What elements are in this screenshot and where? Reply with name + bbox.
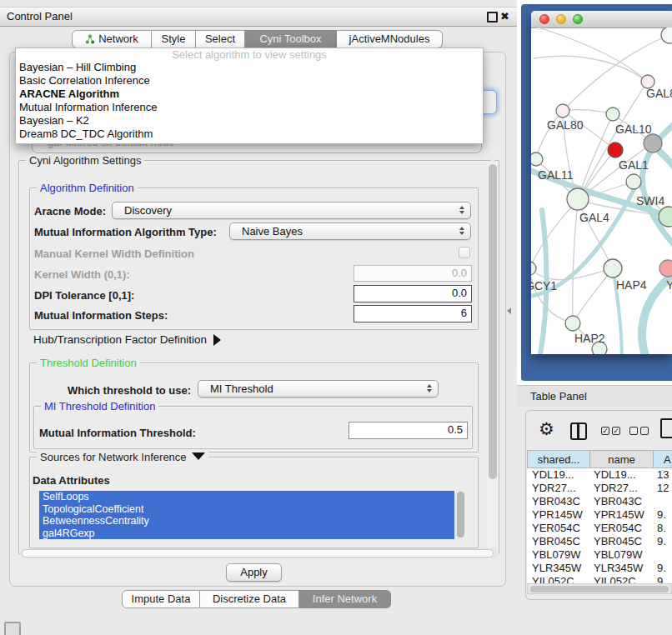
- dropdown-item[interactable]: ARACNE Algorithm: [16, 88, 483, 101]
- which-threshold-label: Which threshold to use:: [68, 384, 191, 397]
- dropdown-hint: Select algorithm to view settings: [16, 48, 483, 61]
- table-row[interactable]: YIL052C YIL052C 9: [527, 575, 672, 583]
- table-hscrollbar-thumb[interactable]: [530, 586, 669, 592]
- tab-style[interactable]: Style: [152, 30, 196, 48]
- attribute-item[interactable]: SelfLoops: [39, 491, 454, 503]
- combo-arrows-icon: [459, 227, 464, 235]
- manual-kernel-checkbox[interactable]: [459, 247, 470, 258]
- table-row[interactable]: YDL19... YDL19... 13: [527, 468, 672, 482]
- node-label: GCY1: [531, 279, 557, 292]
- column-header-name[interactable]: name: [590, 450, 654, 468]
- combo-arrows-icon: [459, 206, 464, 214]
- node-label: GAL80: [547, 118, 584, 132]
- tab-infer-network[interactable]: Infer Network: [299, 590, 391, 608]
- settings-vscrollbar-thumb[interactable]: [489, 164, 497, 479]
- combo-arrows-icon: [427, 384, 432, 392]
- node-gal4: [567, 188, 589, 210]
- node-selected-red: [608, 142, 623, 158]
- node-label: GAL1: [619, 158, 649, 172]
- tab-select[interactable]: Select: [196, 30, 245, 48]
- document-icon[interactable]: [660, 418, 672, 438]
- column-header-clipped[interactable]: A: [654, 450, 672, 468]
- apply-button[interactable]: Apply: [226, 563, 282, 582]
- table-row[interactable]: YER054C YER054C 8.: [527, 522, 672, 535]
- attribute-item[interactable]: BetweennessCentrality: [39, 515, 454, 528]
- node-label: GAL10: [615, 122, 652, 136]
- mi-threshold-label: Mutual Information Threshold:: [39, 427, 196, 439]
- node: [661, 28, 672, 43]
- splitter-collapse-icon[interactable]: [507, 308, 511, 314]
- table-row[interactable]: YDR27... YDR27... 12: [527, 482, 672, 495]
- node-hap2: [565, 316, 580, 331]
- which-threshold-select[interactable]: MI Threshold: [198, 380, 439, 398]
- deselect-checkbox-icon[interactable]: [640, 427, 649, 435]
- node-label: GAL11: [538, 168, 574, 182]
- data-attributes-label: Data Attributes: [33, 474, 110, 487]
- node-swi4: [626, 174, 641, 189]
- mi-threshold-field[interactable]: 0.5: [349, 422, 468, 439]
- table-row[interactable]: YBL079W YBL079W: [527, 548, 672, 562]
- node-label: SWI4: [636, 194, 664, 208]
- network-icon: [85, 34, 95, 44]
- attribute-item[interactable]: TopologicalCoefficient: [39, 503, 454, 516]
- panel-title: Control Panel: [7, 8, 73, 26]
- node-salmon: [659, 260, 672, 277]
- attribute-item[interactable]: gal4RGexp: [39, 528, 454, 540]
- close-traffic-light[interactable]: [539, 14, 549, 24]
- table-row[interactable]: YPR145W YPR145W 9.: [527, 508, 672, 522]
- select-all-checkbox-icon[interactable]: ✓: [612, 427, 620, 435]
- expand-right-icon: [213, 334, 221, 346]
- dpi-tolerance-label: DPI Tolerance [0,1]:: [34, 289, 134, 302]
- node-label: GAL8: [646, 87, 672, 100]
- node-label: HAP2: [574, 332, 605, 345]
- kernel-width-label: Kernel Width (0,1):: [34, 268, 130, 281]
- sources-expander[interactable]: Sources for Network Inference: [37, 451, 208, 463]
- dpi-tolerance-field[interactable]: 0.0: [354, 285, 472, 302]
- cyni-bottom-tabs: Impute Data Discretize Data Infer Networ…: [122, 590, 391, 608]
- close-icon[interactable]: ✖: [500, 8, 509, 26]
- dropdown-item[interactable]: Bayesian – Hill Climbing: [16, 61, 483, 74]
- table-hscrollbar[interactable]: [527, 583, 672, 594]
- settings-hscrollbar-thumb[interactable]: [22, 549, 494, 558]
- float-window-icon[interactable]: [487, 12, 498, 22]
- columns-icon[interactable]: [570, 422, 587, 440]
- table-row[interactable]: YLR345W YLR345W 9.: [527, 562, 672, 575]
- zoom-traffic-light[interactable]: [573, 14, 583, 24]
- dropdown-item[interactable]: Bayesian – K2: [16, 114, 483, 128]
- mi-type-select[interactable]: Naive Bayes: [229, 222, 471, 240]
- network-canvas[interactable]: GAL8 GAL80 GAL10 GAL1 GAL11 SWI4 GAL4 GC…: [531, 28, 672, 354]
- table-row[interactable]: YBR043C YBR043C: [527, 495, 672, 508]
- hub-definition-expander[interactable]: Hub/Transcription Factor Definition: [33, 333, 221, 346]
- dropdown-item[interactable]: Dream8 DC_TDC Algorithm: [16, 128, 483, 141]
- tab-jactivemnodules[interactable]: jActiveMNodules: [337, 30, 443, 48]
- tab-network[interactable]: Network: [72, 30, 152, 48]
- tab-cyni-toolbox[interactable]: Cyni Toolbox: [245, 30, 337, 48]
- table-panel-titlebar: Table Panel: [517, 385, 672, 407]
- list-scrollbar-thumb[interactable]: [457, 492, 464, 538]
- kernel-width-field[interactable]: 0.0: [354, 265, 472, 282]
- tab-discretize-data[interactable]: Discretize Data: [200, 590, 299, 608]
- tab-impute-data[interactable]: Impute Data: [122, 590, 200, 608]
- collapse-down-icon: [192, 452, 205, 460]
- node-hap4: [604, 259, 622, 278]
- select-all-checkbox-icon[interactable]: ✓: [601, 427, 609, 435]
- dropdown-item[interactable]: Mutual Information Inference: [16, 101, 483, 114]
- data-attributes-list: SelfLoopsTopologicalCoefficientBetweenne…: [39, 491, 454, 539]
- network-window-titlebar[interactable]: [531, 11, 672, 28]
- panel-dock-icon[interactable]: [4, 622, 21, 635]
- control-panel-titlebar: Control Panel ✖: [0, 7, 517, 27]
- dropdown-item[interactable]: Basic Correlation Inference: [16, 74, 483, 88]
- aracne-mode-select[interactable]: Discovery: [112, 202, 471, 219]
- deselect-checkbox-icon[interactable]: [629, 427, 638, 435]
- minimize-traffic-light[interactable]: [556, 14, 566, 24]
- control-panel-tabs: Network Style Select Cyni Toolbox jActiv…: [72, 30, 443, 48]
- mi-steps-field[interactable]: 6: [354, 305, 472, 322]
- manual-kernel-label: Manual Kernel Width Definition: [34, 248, 194, 260]
- mi-type-label: Mutual Information Algorithm Type:: [34, 226, 217, 238]
- gear-icon[interactable]: ⚙: [539, 419, 554, 439]
- column-header-shared[interactable]: shared...: [527, 450, 590, 468]
- table-row[interactable]: YBR045C YBR045C 9.: [527, 535, 672, 548]
- aracne-mode-label: Aracne Mode:: [34, 205, 106, 218]
- screen: Control Panel ✖ Network Style Select Cyn…: [0, 0, 672, 635]
- node-label: GAL4: [579, 211, 609, 224]
